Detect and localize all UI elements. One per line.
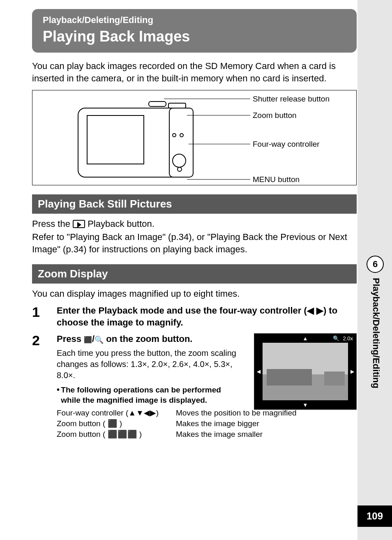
step-1: 1 Enter the Playback mode and use the fo… <box>32 305 357 328</box>
camera-diagram: Shutter release button Zoom button Four-… <box>32 90 357 185</box>
label-leader-line <box>187 115 250 115</box>
step-2: 2 Press ⬛/🔍 on the zoom button. Each tim… <box>32 333 357 439</box>
camera-body-shape <box>78 108 184 178</box>
camera-illustration <box>78 97 193 179</box>
camera-dpad-shape <box>172 154 186 168</box>
label-leader-line <box>164 99 250 99</box>
text-part: Playback button. <box>88 219 154 229</box>
step2-body: Each time you press the button, the zoom… <box>57 348 238 381</box>
chapter-number-badge: 6 <box>367 256 384 273</box>
playback-icon <box>73 220 85 228</box>
label-shutter: Shutter release button <box>253 95 330 104</box>
zoom-factor-label: 2.0x <box>343 335 353 342</box>
page-title: Playing Back Images <box>43 28 346 45</box>
camera-small-btn <box>172 133 176 137</box>
op-row: Zoom button ( ⬛ ) Makes the image bigger <box>57 418 357 429</box>
photo-building-shape <box>267 369 312 385</box>
section-heading-still-pictures: Playing Back Still Pictures <box>32 194 357 214</box>
label-leader-line <box>189 144 250 144</box>
section1-line2: Refer to "Playing Back an Image" (p.34),… <box>32 231 357 255</box>
tele-tree-icon: ⬛ <box>84 336 92 343</box>
preview-photo <box>263 343 348 400</box>
page-header: Playback/Deleting/Editing Playing Back I… <box>32 9 357 53</box>
camera-grip-shape <box>169 108 194 178</box>
manual-page: Playback/Deleting/Editing Playing Back I… <box>0 0 392 540</box>
intro-paragraph: You can play back images recorded on the… <box>32 60 357 84</box>
chapter-side-label: Playback/Deleting/Editing <box>371 278 381 388</box>
section1-line1: Press the Playback button. <box>32 218 357 230</box>
zoom-preview-illustration: ▲ 🔍 2.0x ◀ ▶ ▼ <box>254 333 357 410</box>
op-control: Zoom button ( ⬛ ) <box>57 418 176 429</box>
label-menu: MENU button <box>253 175 300 184</box>
section2-intro: You can display images magnified up to e… <box>32 288 357 300</box>
bullet-text: The following operations can be performe… <box>61 385 238 405</box>
right-arrow-icon: ▶ <box>348 343 356 400</box>
magnifier-icon: 🔍 <box>333 335 339 342</box>
op-control: Zoom button ( ⬛⬛⬛ ) <box>57 429 176 440</box>
step1-title: Enter the Playback mode and use the four… <box>57 305 357 328</box>
camera-screen-shape <box>87 115 144 164</box>
operations-list: Four-way controller (▲▼◀▶) Moves the pos… <box>57 408 357 439</box>
op-result: Makes the image smaller <box>176 429 357 440</box>
down-arrow-icon: ▼ <box>254 400 356 409</box>
magnifier-icon: 🔍 <box>95 336 104 344</box>
bullet: • The following operations can be perfor… <box>57 385 238 405</box>
left-arrow-icon: ◀ <box>254 343 263 400</box>
op-result: Makes the image bigger <box>176 418 357 429</box>
label-leader-line <box>187 179 250 180</box>
content-area: Playback/Deleting/Editing Playing Back I… <box>32 9 357 439</box>
step-number: 2 <box>32 333 57 439</box>
text-part: Press <box>57 334 84 344</box>
page-number: 109 <box>357 505 392 527</box>
bullet-dot: • <box>57 385 61 405</box>
step2-title: Press ⬛/🔍 on the zoom button. <box>57 333 238 345</box>
step-number: 1 <box>32 305 57 328</box>
camera-shutter-shape <box>148 101 166 107</box>
op-control: Four-way controller (▲▼◀▶) <box>57 408 176 418</box>
section-breadcrumb: Playback/Deleting/Editing <box>43 15 346 25</box>
op-row: Zoom button ( ⬛⬛⬛ ) Makes the image smal… <box>57 429 357 440</box>
preview-top-bar: ▲ 🔍 2.0x <box>254 334 356 343</box>
up-arrow-icon: ▲ <box>303 335 308 342</box>
label-zoom: Zoom button <box>253 111 297 120</box>
section-heading-zoom-display: Zoom Display <box>32 264 357 284</box>
camera-menu-btn-shape <box>177 167 182 172</box>
text-part: on the zoom button. <box>106 334 192 344</box>
photo-building-shape <box>324 372 345 385</box>
camera-small-btn <box>180 133 184 137</box>
text-part: Press the <box>32 219 73 229</box>
label-fourway: Four-way controller <box>253 140 320 149</box>
